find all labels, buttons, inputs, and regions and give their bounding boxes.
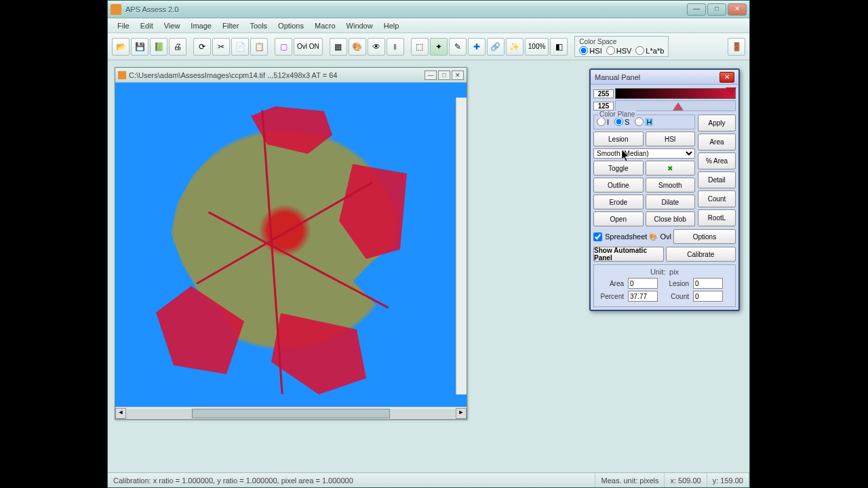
dropper-icon[interactable]: ✎ (449, 38, 467, 56)
wand-button[interactable]: ✖ (646, 161, 696, 176)
cs-hsv[interactable]: HSV (606, 46, 632, 55)
app-icon (111, 4, 121, 15)
image-canvas[interactable] (115, 83, 467, 407)
cp-s[interactable]: S (614, 117, 629, 126)
menu-window[interactable]: Window (341, 20, 378, 32)
marquee-icon[interactable]: ⬚ (411, 38, 429, 56)
menu-file[interactable]: File (112, 20, 135, 32)
marker-low-icon[interactable] (673, 102, 684, 110)
outline-button[interactable]: Outline (593, 178, 644, 192)
sparkle-icon[interactable]: ✨ (506, 38, 524, 56)
image-window: C:\Users\adam\AssessImages\ccpm14.tif ..… (115, 67, 467, 420)
cp-i[interactable]: I (597, 117, 609, 126)
count-field[interactable] (693, 291, 723, 302)
overlay-toggle[interactable]: Ovl ON (294, 38, 323, 56)
refresh-icon[interactable]: ⟳ (193, 38, 211, 56)
erode-button[interactable]: Erode (593, 195, 644, 209)
img-close[interactable]: ✕ (452, 70, 464, 80)
dilate-button[interactable]: Dilate (646, 195, 696, 209)
menu-tools[interactable]: Tools (244, 20, 273, 32)
image-title: C:\Users\adam\AssessImages\ccpm14.tif ..… (129, 71, 425, 79)
cs-lab[interactable]: L*a*b (635, 46, 664, 55)
show-automatic-button[interactable]: Show Automatic Panel (593, 247, 664, 262)
spreadsheet-check[interactable]: Spreadsheet (593, 229, 647, 244)
crosshair-icon[interactable]: ✚ (468, 38, 486, 56)
client-area: C:\Users\adam\AssessImages\ccpm14.tif ..… (108, 60, 749, 472)
threshold-low-track[interactable] (615, 100, 736, 111)
lesion-button[interactable]: Lesion (593, 131, 644, 146)
scroll-thumb[interactable] (192, 409, 390, 418)
wand-icon[interactable]: ✦ (430, 38, 448, 56)
grid-icon[interactable]: ▦ (330, 38, 347, 56)
apply-button[interactable]: Apply (698, 115, 736, 131)
rect-select-icon[interactable]: ▢ (275, 38, 292, 56)
closeblob-button[interactable]: Close blob (646, 211, 696, 226)
titlebar: APS Assess 2.0 — □ ✕ (108, 1, 749, 18)
detail-button[interactable]: Detail (698, 171, 736, 188)
menu-filter[interactable]: Filter (217, 20, 244, 32)
hscrollbar[interactable]: ◄ ► (115, 407, 467, 419)
toggle-button[interactable]: Toggle (593, 161, 644, 176)
threshold-high[interactable]: 255 (593, 89, 614, 98)
image-titlebar: C:\Users\adam\AssessImages\ccpm14.tif ..… (115, 68, 467, 83)
cut-icon[interactable]: ✂ (212, 38, 230, 56)
close-button[interactable]: ✕ (728, 3, 747, 16)
open-button[interactable]: Open (593, 211, 644, 226)
panel-title: Manual Panel (595, 73, 719, 81)
minimize-button[interactable]: — (687, 3, 706, 16)
print-icon[interactable]: 🖨 (169, 38, 186, 56)
save-icon[interactable]: 💾 (131, 38, 149, 56)
readout-box: Unit: pix Area Lesion Percent Count (593, 264, 736, 307)
paste-icon[interactable]: 📋 (250, 38, 268, 56)
colormap-icon[interactable]: ◧ (550, 38, 568, 56)
status-unit: Meas. unit: pixels (595, 473, 665, 487)
status-calibration: Calibration: x ratio = 1.000000, y ratio… (108, 473, 595, 487)
pctarea-button[interactable]: % Area (698, 152, 736, 169)
scroll-left-icon[interactable]: ◄ (115, 408, 126, 419)
threshold-control: 255 125 (593, 87, 736, 112)
smooth-button[interactable]: Smooth (646, 178, 696, 192)
eye-icon[interactable]: 👁 (368, 38, 385, 56)
maximize-button[interactable]: □ (707, 3, 726, 16)
lesion-field[interactable] (693, 278, 723, 289)
rootl-button[interactable]: RootL (698, 209, 736, 226)
doc-icon (118, 71, 126, 79)
menu-view[interactable]: View (159, 20, 186, 32)
colorspace-label: Color Space (579, 38, 664, 45)
percent-field[interactable] (628, 291, 658, 302)
menu-help[interactable]: Help (378, 20, 405, 32)
menu-macro[interactable]: Macro (309, 20, 341, 32)
menu-options[interactable]: Options (273, 20, 309, 32)
threshold-gradient[interactable] (615, 88, 736, 99)
img-minimize[interactable]: — (425, 70, 437, 80)
scroll-right-icon[interactable]: ► (456, 408, 467, 419)
area-button[interactable]: Area (698, 134, 736, 150)
copy-icon[interactable]: 📄 (231, 38, 249, 56)
smooth-combo[interactable]: Smooth (Median) (593, 148, 695, 159)
img-maximize[interactable]: □ (438, 70, 450, 80)
status-x: x: 509.00 (665, 473, 707, 487)
ovl-check[interactable]: 🎨 Ovl (649, 229, 671, 244)
threshold-low[interactable]: 125 (593, 102, 614, 110)
book-icon[interactable]: 📗 (150, 38, 167, 56)
count-button[interactable]: Count (698, 190, 736, 207)
marker-high-icon[interactable] (726, 87, 736, 96)
cp-h[interactable]: H (635, 117, 653, 126)
menu-edit[interactable]: Edit (135, 20, 159, 32)
calibrate-button[interactable]: Calibrate (666, 247, 736, 262)
palette-icon[interactable]: 🎨 (349, 38, 366, 56)
panel-close-button[interactable]: ✕ (719, 72, 734, 83)
open-icon[interactable]: 📂 (112, 38, 130, 56)
cs-hsi[interactable]: HSI (579, 46, 601, 55)
area-field[interactable] (628, 278, 658, 289)
options-button[interactable]: Options (673, 229, 736, 244)
exit-icon[interactable]: 🚪 (728, 38, 745, 56)
status-y: y: 159.00 (707, 473, 749, 487)
vscrollbar[interactable] (456, 98, 467, 394)
zoom-level[interactable]: 100% (525, 38, 549, 56)
barcode-icon[interactable]: ⦀ (387, 38, 404, 56)
hsi-button[interactable]: HSI (646, 131, 696, 146)
link-icon[interactable]: 🔗 (487, 38, 505, 56)
menu-image[interactable]: Image (185, 20, 217, 32)
manual-panel: Manual Panel ✕ 255 125 (589, 68, 740, 311)
